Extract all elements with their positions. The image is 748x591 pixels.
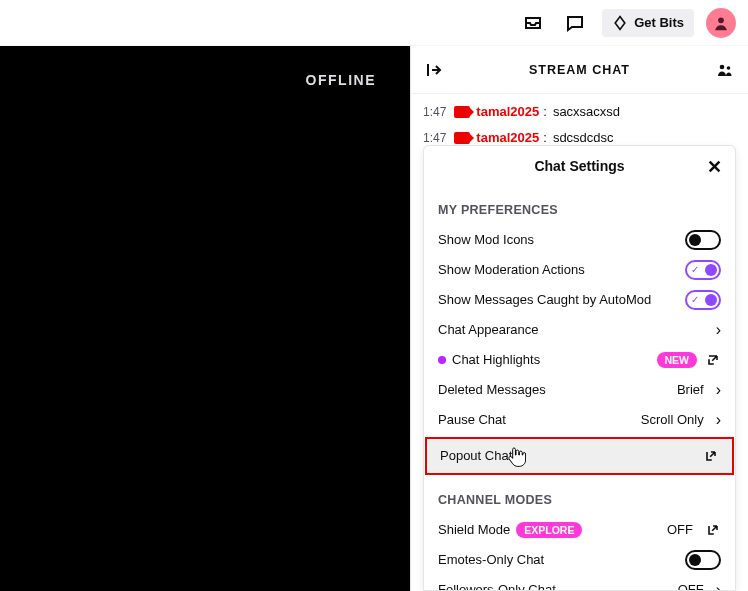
- explore-badge: EXPLORE: [516, 522, 582, 538]
- dot-indicator-icon: [438, 356, 446, 364]
- close-icon[interactable]: ✕: [703, 156, 725, 178]
- label-pause-chat: Pause Chat: [438, 412, 506, 427]
- row-show-mod-icons: Show Mod Icons: [438, 225, 721, 255]
- user-avatar[interactable]: [706, 8, 736, 38]
- svg-point-2: [727, 66, 731, 70]
- label-show-moderation-actions: Show Moderation Actions: [438, 262, 585, 277]
- label-chat-appearance: Chat Appearance: [438, 322, 538, 337]
- value-followers-only: OFF: [678, 582, 704, 590]
- chat-message: 1:47 tamal2025: sacxsacxsd: [423, 102, 736, 122]
- panel-header: Chat Settings ✕: [424, 146, 735, 187]
- value-pause-chat: Scroll Only: [641, 412, 704, 427]
- label-deleted-messages: Deleted Messages: [438, 382, 546, 397]
- bits-icon: [612, 15, 628, 31]
- popout-icon: [705, 522, 721, 538]
- user-icon: [712, 14, 730, 32]
- get-bits-button[interactable]: Get Bits: [602, 9, 694, 37]
- label-popout-chat: Popout Chat: [440, 448, 512, 463]
- chat-settings-panel: Chat Settings ✕ MY PREFERENCES Show Mod …: [423, 145, 736, 591]
- chat-header-title: STREAM CHAT: [445, 63, 714, 77]
- value-deleted-messages: Brief: [677, 382, 704, 397]
- message-time: 1:47: [423, 102, 446, 122]
- label-followers-only: Followers-Only Chat: [438, 582, 556, 590]
- label-chat-highlights: Chat Highlights: [452, 352, 540, 367]
- section-my-preferences: MY PREFERENCES: [438, 203, 721, 217]
- new-badge: NEW: [657, 352, 698, 368]
- get-bits-label: Get Bits: [634, 15, 684, 30]
- collapse-chat-icon[interactable]: [423, 59, 445, 81]
- toggle-show-moderation-actions[interactable]: ✓: [685, 260, 721, 280]
- value-shield-mode: OFF: [667, 522, 693, 537]
- chat-header: STREAM CHAT: [411, 46, 748, 94]
- row-shield-mode[interactable]: Shield Mode EXPLORE OFF: [438, 515, 721, 545]
- row-deleted-messages[interactable]: Deleted Messages Brief ›: [438, 375, 721, 405]
- chevron-right-icon: ›: [716, 581, 721, 590]
- section-channel-modes: CHANNEL MODES: [438, 493, 721, 507]
- row-followers-only[interactable]: Followers-Only Chat OFF ›: [438, 575, 721, 590]
- label-show-automod: Show Messages Caught by AutoMod: [438, 292, 651, 307]
- whispers-icon[interactable]: [560, 8, 590, 38]
- row-show-automod: Show Messages Caught by AutoMod ✓: [438, 285, 721, 315]
- row-popout-chat[interactable]: Popout Chat: [425, 437, 734, 475]
- row-chat-appearance[interactable]: Chat Appearance ›: [438, 315, 721, 345]
- community-icon[interactable]: [714, 59, 736, 81]
- broadcaster-badge-icon: [454, 106, 470, 118]
- chevron-right-icon: ›: [716, 381, 721, 399]
- offline-status: OFFLINE: [306, 72, 376, 88]
- top-bar: Get Bits: [0, 0, 748, 46]
- inbox-icon[interactable]: [518, 8, 548, 38]
- row-emotes-only: Emotes-Only Chat: [438, 545, 721, 575]
- toggle-emotes-only[interactable]: [685, 550, 721, 570]
- label-emotes-only: Emotes-Only Chat: [438, 552, 544, 567]
- message-text: sacxsacxsd: [553, 102, 620, 122]
- label-shield-mode: Shield Mode: [438, 522, 510, 537]
- chevron-right-icon: ›: [716, 411, 721, 429]
- broadcaster-badge-icon: [454, 132, 470, 144]
- svg-point-0: [718, 17, 724, 23]
- label-show-mod-icons: Show Mod Icons: [438, 232, 534, 247]
- chat-column: STREAM CHAT 1:47 tamal2025: sacxsacxsd 1…: [410, 46, 748, 591]
- svg-point-1: [720, 64, 725, 69]
- toggle-show-mod-icons[interactable]: [685, 230, 721, 250]
- toggle-show-automod[interactable]: ✓: [685, 290, 721, 310]
- video-player: OFFLINE: [0, 46, 410, 591]
- row-show-moderation-actions: Show Moderation Actions ✓: [438, 255, 721, 285]
- panel-title: Chat Settings: [534, 158, 624, 174]
- popout-icon: [705, 352, 721, 368]
- popout-icon: [703, 448, 719, 464]
- row-chat-highlights[interactable]: Chat Highlights NEW: [438, 345, 721, 375]
- message-username[interactable]: tamal2025: [476, 102, 539, 122]
- chevron-right-icon: ›: [716, 321, 721, 339]
- row-pause-chat[interactable]: Pause Chat Scroll Only ›: [438, 405, 721, 435]
